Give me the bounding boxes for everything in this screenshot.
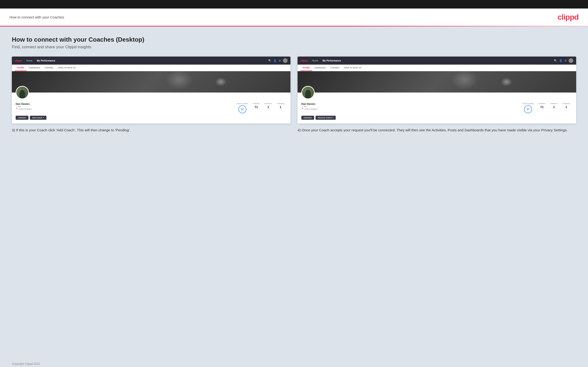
left-user-location: 📍 United Kingdom [16, 108, 32, 110]
right-user-icon: 👤 [559, 59, 562, 62]
right-mock-avatar [301, 86, 315, 99]
right-verified-icon: ✓ [301, 106, 303, 108]
left-mock-logo: clippd [15, 59, 22, 62]
left-stat-following: Following 1 [274, 102, 287, 109]
right-stat-following: Following 1 [560, 102, 572, 109]
left-mock-actions: Unfollow Add Coach + [16, 116, 287, 120]
left-tab-what-to-work-on[interactable]: What To Work On [56, 65, 78, 71]
left-location-pin-icon: 📍 [16, 108, 18, 110]
left-nav-my-performance: My Performance [37, 59, 55, 62]
left-verified-icon: ✓ [16, 106, 17, 108]
left-user-role: ✓ Pro [16, 106, 32, 108]
right-nav-my-performance: My Performance [322, 59, 341, 62]
left-mock-tabs: Profile Dashboard Activities What To Wor… [12, 65, 290, 71]
right-user-location: 📍 United Kingdom [301, 108, 318, 110]
logo: clippd [558, 13, 579, 22]
left-add-icon: + [43, 117, 44, 119]
columns: clippd Home My Performance 🔍 👤 ⚙ Profile… [12, 57, 576, 133]
left-stat-activities: Activities 71 [251, 102, 262, 109]
left-mock-stats: Dan Davies ✓ Pro 📍 United Kingdom P [16, 101, 287, 113]
page-heading: How to connect with your Coaches (Deskto… [12, 36, 576, 43]
right-mock-stats: Dan Davies ✓ Pro 📍 United Kingdom P [301, 101, 572, 113]
left-nav-icons: 🔍 👤 ⚙ [268, 58, 288, 63]
left-stat-quality: Player Quality 97 [234, 102, 251, 113]
right-mock-tabs: Profile Dashboard Activities What To Wor… [298, 65, 576, 71]
right-avatar [569, 58, 573, 63]
right-tab-what-to-work-on[interactable]: What To Work On [342, 65, 364, 71]
right-settings-icon: ⚙ [564, 59, 567, 62]
left-user-name: Dan Davies [16, 102, 32, 105]
left-column: clippd Home My Performance 🔍 👤 ⚙ Profile… [12, 57, 290, 133]
right-remove-coach-button[interactable]: Remove Coach × [316, 116, 336, 120]
right-user-name: Dan Davies [301, 102, 318, 105]
right-column: clippd Home My Performance 🔍 👤 ⚙ Profile… [298, 57, 576, 133]
left-tab-dashboard[interactable]: Dashboard [26, 65, 42, 71]
left-tab-activities[interactable]: Activities [42, 65, 56, 71]
right-search-icon: 🔍 [554, 59, 557, 62]
right-user-role: ✓ Pro [301, 106, 318, 108]
left-user-icon: 👤 [273, 59, 277, 62]
header-title: How to connect with your Coaches [9, 15, 64, 19]
left-avatar [283, 58, 288, 63]
footer: Copyright Clippd 2022 [0, 359, 588, 367]
left-mock-avatar [16, 86, 29, 99]
left-mock-profile: Dan Davies ✓ Pro 📍 United Kingdom P [12, 92, 290, 124]
right-description: 4) Once your Coach accepts your request … [298, 127, 576, 133]
right-tab-activities[interactable]: Activities [328, 65, 341, 71]
right-quality-circle: 97 [524, 105, 532, 113]
right-avatar-wrap [301, 86, 572, 99]
right-user-info: Dan Davies ✓ Pro 📍 United Kingdom [301, 102, 318, 110]
right-tab-dashboard[interactable]: Dashboard [312, 65, 328, 71]
header: How to connect with your Coaches clippd [0, 8, 588, 26]
right-location-pin-icon: 📍 [301, 108, 304, 110]
right-unfollow-button[interactable]: Unfollow [301, 116, 314, 120]
right-mock-nav: clippd Home My Performance 🔍 👤 ⚙ [298, 57, 576, 65]
footer-copyright: Copyright Clippd 2022 [12, 362, 40, 366]
right-avatar-figure [305, 90, 311, 99]
right-stat-followers: Followers 1 [548, 102, 560, 109]
page-subheading: Find, connect and share your Clippd insi… [12, 45, 576, 50]
left-description: 3) If this is your Coach click 'Add Coac… [12, 127, 290, 133]
right-tab-profile[interactable]: Profile [300, 65, 312, 71]
left-stat-followers: Followers 1 [262, 102, 274, 109]
main-content: How to connect with your Coaches (Deskto… [0, 26, 588, 359]
left-unfollow-button[interactable]: Unfollow [16, 116, 28, 120]
left-search-icon: 🔍 [268, 59, 271, 62]
left-mock-nav: clippd Home My Performance 🔍 👤 ⚙ [12, 57, 290, 65]
top-bar [0, 0, 588, 8]
right-mock-browser: clippd Home My Performance 🔍 👤 ⚙ Profile… [298, 57, 576, 124]
right-close-icon: × [332, 117, 334, 119]
left-add-coach-button[interactable]: Add Coach + [30, 116, 46, 120]
right-stat-quality: Player Quality 97 [520, 102, 536, 113]
left-nav-home: Home [26, 59, 33, 62]
right-mock-actions: Unfollow Remove Coach × [301, 116, 572, 120]
left-quality-circle: 97 [238, 105, 246, 113]
right-mock-profile: Dan Davies ✓ Pro 📍 United Kingdom P [298, 92, 576, 124]
right-nav-home: Home [312, 59, 318, 62]
right-mock-logo: clippd [300, 59, 308, 62]
right-nav-icons: 🔍 👤 ⚙ [554, 58, 573, 63]
left-mock-browser: clippd Home My Performance 🔍 👤 ⚙ Profile… [12, 57, 290, 124]
left-settings-icon: ⚙ [279, 59, 281, 62]
left-avatar-figure [19, 90, 25, 99]
right-stat-activities: Activities 71 [536, 102, 548, 109]
left-tab-profile[interactable]: Profile [15, 65, 26, 71]
left-user-info: Dan Davies ✓ Pro 📍 United Kingdom [16, 102, 32, 110]
left-avatar-wrap [16, 86, 287, 99]
